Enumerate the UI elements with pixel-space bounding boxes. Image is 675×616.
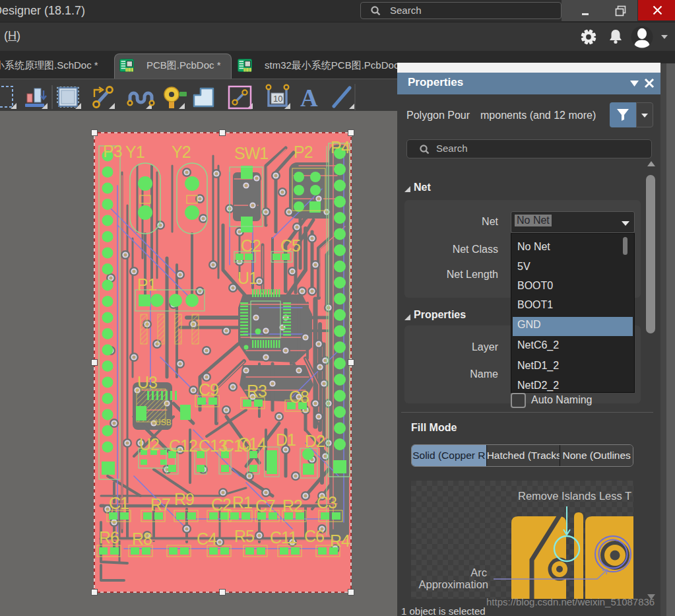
svg-text:C2: C2 <box>211 495 231 514</box>
svg-text:P4: P4 <box>331 138 350 156</box>
svg-text:D1: D1 <box>276 430 296 449</box>
svg-text:R1: R1 <box>232 493 252 512</box>
svg-text:Remove Islands Less T: Remove Islands Less T <box>518 490 631 502</box>
svg-text:C7: C7 <box>255 496 275 515</box>
svg-text:P1: P1 <box>137 275 156 294</box>
svg-text:Y1: Y1 <box>125 143 145 161</box>
svg-text:R7: R7 <box>150 495 170 514</box>
svg-text:R4: R4 <box>330 531 350 550</box>
svg-text:R5: R5 <box>234 527 254 545</box>
svg-text:U3: U3 <box>137 373 157 392</box>
svg-text:R2: R2 <box>282 496 302 515</box>
svg-text:Approximation: Approximation <box>419 578 488 590</box>
svg-text:Arc: Arc <box>470 566 487 578</box>
svg-text:10: 10 <box>273 94 282 104</box>
svg-text:P3: P3 <box>103 142 122 160</box>
svg-text:C3: C3 <box>317 493 337 512</box>
svg-text:USB: USB <box>155 418 172 427</box>
svg-text:C2: C2 <box>241 236 261 255</box>
svg-text:U2: U2 <box>139 435 159 454</box>
svg-text:C14: C14 <box>238 434 267 453</box>
svg-text:R3: R3 <box>247 382 267 400</box>
svg-text:D2: D2 <box>305 432 325 450</box>
svg-text:A: A <box>300 85 318 111</box>
svg-text:C9: C9 <box>199 380 218 399</box>
svg-text:C6: C6 <box>304 527 324 545</box>
svg-text:R9: R9 <box>174 490 194 508</box>
svg-text:P2: P2 <box>294 143 313 161</box>
svg-text:C5: C5 <box>280 236 300 255</box>
svg-text:C1: C1 <box>109 494 129 512</box>
svg-text:C11: C11 <box>270 528 297 547</box>
svg-text:SW1: SW1 <box>234 144 268 162</box>
svg-text:R6: R6 <box>99 528 119 547</box>
svg-text:Y2: Y2 <box>172 143 191 161</box>
svg-text:C12: C12 <box>169 436 197 455</box>
svg-text:C4: C4 <box>197 530 217 548</box>
svg-text:U1: U1 <box>238 269 257 287</box>
svg-text:R8: R8 <box>132 530 152 548</box>
svg-text:C8: C8 <box>289 388 309 406</box>
